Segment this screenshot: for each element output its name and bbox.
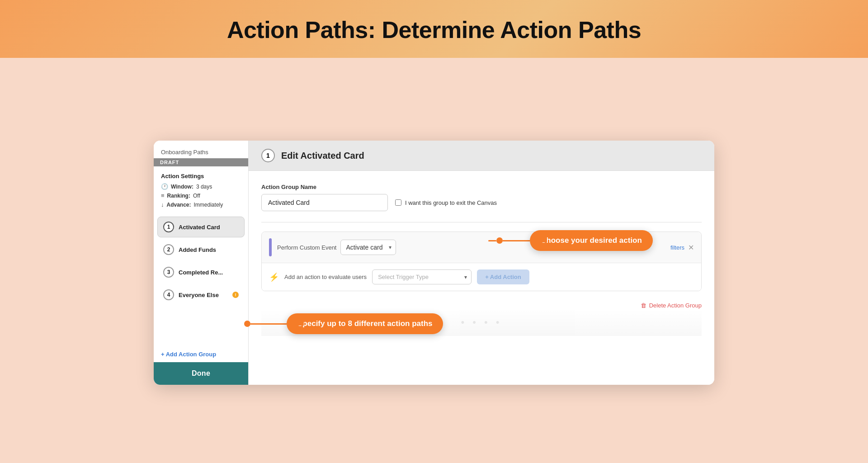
trash-icon: 🗑 <box>641 302 646 309</box>
item-label-4: Everyone Else <box>179 292 219 298</box>
close-action-button[interactable]: ✕ <box>688 243 694 252</box>
trigger-select-wrapper: Select Trigger Type <box>372 269 472 284</box>
lightning-icon: ⚡ <box>269 272 279 282</box>
main-area: Onboarding Paths DRAFT Action Settings 🕐… <box>0 58 868 463</box>
delete-group-button[interactable]: 🗑 Delete Action Group <box>641 302 702 309</box>
tooltip-specify-paths-container: Specify up to 8 different action paths <box>244 313 443 334</box>
action-item-2[interactable]: 2 Added Funds <box>157 239 245 260</box>
sidebar-title: Onboarding Paths <box>154 141 248 158</box>
tooltip-choose-action: Choose your desired action <box>530 230 653 251</box>
group-name-input[interactable] <box>261 194 388 211</box>
advance-icon: ↓ <box>161 201 164 208</box>
item-num-1: 1 <box>163 222 174 232</box>
tooltip-specify-paths-text: Specify up to 8 different action paths <box>297 319 432 328</box>
item-label-3: Completed Re... <box>179 269 223 276</box>
window-setting: 🕐 Window: 3 days <box>161 183 241 190</box>
warning-dot-4: ! <box>232 292 239 298</box>
settings-title: Action Settings <box>161 173 241 180</box>
connector-dot-paths <box>244 321 250 327</box>
tooltip-specify-paths: Specify up to 8 different action paths <box>287 313 443 334</box>
window-value: 3 days <box>196 184 212 190</box>
evaluate-label: Add an action to evaluate users <box>284 274 367 280</box>
action-settings: Action Settings 🕐 Window: 3 days ≡ Ranki… <box>154 166 248 214</box>
sidebar: Onboarding Paths DRAFT Action Settings 🕐… <box>154 141 249 385</box>
delete-group-label: Delete Action Group <box>649 302 702 309</box>
window-label: Window: <box>171 184 193 190</box>
item-num-3: 3 <box>163 267 174 278</box>
tooltip-choose-action-text: Choose your desired action <box>541 236 642 245</box>
item-label-1: Activated Card <box>179 224 220 231</box>
content-body: Action Group Name I want this group to e… <box>249 171 714 385</box>
action-items-list: 1 Activated Card 2 Added Funds 3 Complet… <box>154 214 248 346</box>
content-header: 1 Edit Activated Card <box>249 141 714 171</box>
exit-canvas-checkbox[interactable] <box>395 199 401 206</box>
action-card-bottom: ⚡ Add an action to evaluate users Select… <box>262 263 701 291</box>
item-num-4: 4 <box>163 289 174 300</box>
advance-value: Immediately <box>194 202 223 208</box>
advance-label: Advance: <box>167 202 191 208</box>
header-number: 1 <box>261 149 275 162</box>
add-action-group-button[interactable]: + Add Action Group <box>154 346 248 362</box>
sidebar-draft-badge: DRAFT <box>154 158 248 166</box>
trigger-dropdown[interactable]: Select Trigger Type <box>372 269 472 284</box>
ranking-value: Off <box>193 193 200 199</box>
add-action-button[interactable]: + Add Action <box>477 269 529 284</box>
arrow-paths-line <box>250 323 287 325</box>
window-icon: 🕐 <box>161 183 168 190</box>
item-num-2: 2 <box>163 244 174 255</box>
ranking-label: Ranking: <box>167 193 190 199</box>
form-section: Action Group Name I want this group to e… <box>261 184 702 211</box>
action-item-3[interactable]: 3 Completed Re... <box>157 262 245 283</box>
header-title: Edit Activated Card <box>281 151 364 161</box>
connector-dot-action <box>496 237 503 244</box>
top-banner: Action Paths: Determine Action Paths <box>0 0 868 58</box>
action-item-4[interactable]: 4 Everyone Else ! <box>157 284 245 305</box>
main-content: 1 Edit Activated Card Action Group Name … <box>249 141 714 385</box>
perform-label: Perform Custom Event <box>277 244 337 251</box>
tooltip-choose-action-container: Choose your desired action <box>488 230 653 251</box>
action-item-1[interactable]: 1 Activated Card <box>157 217 245 237</box>
footer-row: 🗑 Delete Action Group <box>261 298 702 309</box>
advance-setting: ↓ Advance: Immediately <box>161 201 241 208</box>
ranking-setting: ≡ Ranking: Off <box>161 192 241 199</box>
action-dropdown[interactable]: Activate card <box>340 240 396 255</box>
form-row: I want this group to exit the Canvas <box>261 194 702 211</box>
arrow-right-line <box>503 240 530 241</box>
filters-button[interactable]: filters <box>670 244 684 251</box>
arrow-left-line <box>488 240 496 241</box>
action-select-wrapper: Activate card <box>340 240 396 255</box>
form-label: Action Group Name <box>261 184 702 190</box>
done-button[interactable]: Done <box>154 362 248 385</box>
app-window: Onboarding Paths DRAFT Action Settings 🕐… <box>154 141 714 385</box>
ranking-icon: ≡ <box>161 192 165 199</box>
exit-canvas-label: I want this group to exit the Canvas <box>405 199 497 206</box>
item-label-2: Added Funds <box>179 246 216 253</box>
action-card-bar <box>269 238 272 256</box>
exit-canvas-row: I want this group to exit the Canvas <box>395 199 497 206</box>
page-title: Action Paths: Determine Action Paths <box>0 16 868 43</box>
divider-1 <box>261 222 702 222</box>
